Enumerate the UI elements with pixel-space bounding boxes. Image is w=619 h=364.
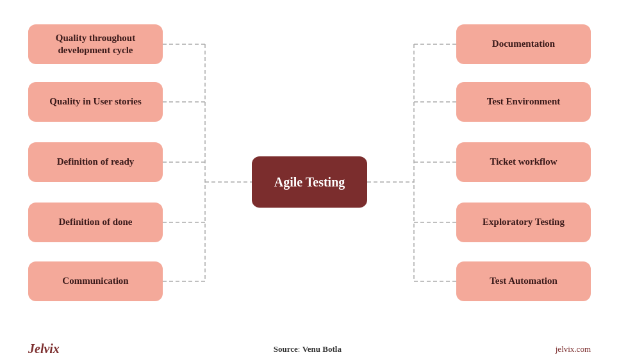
right-item-1-label: Documentation bbox=[486, 38, 561, 51]
right-item-3: Ticket workflow bbox=[456, 142, 591, 182]
left-item-5-label: Communication bbox=[56, 275, 135, 288]
footer-source-label: Source bbox=[274, 344, 298, 354]
footer-source-value: Venu Botla bbox=[302, 344, 342, 354]
right-item-2-label: Test Environment bbox=[481, 95, 567, 108]
left-item-2-label: Quality in User stories bbox=[43, 95, 147, 108]
left-item-2: Quality in User stories bbox=[28, 82, 163, 122]
footer-url: jelvix.com bbox=[556, 344, 591, 354]
right-item-4-label: Exploratory Testing bbox=[476, 216, 571, 229]
left-item-1: Quality throughout development cycle bbox=[28, 24, 163, 64]
center-box-label: Agile Testing bbox=[274, 175, 345, 190]
center-box: Agile Testing bbox=[252, 156, 367, 208]
left-item-5: Communication bbox=[28, 261, 163, 301]
right-item-3-label: Ticket workflow bbox=[483, 156, 563, 169]
footer-brand: Jelvix bbox=[28, 342, 60, 356]
footer-source: Source: Venu Botla bbox=[274, 344, 342, 354]
diagram-container: Quality throughout development cycle Qua… bbox=[0, 0, 619, 364]
left-item-1-label: Quality throughout development cycle bbox=[49, 32, 142, 57]
right-item-5: Test Automation bbox=[456, 261, 591, 301]
right-item-2: Test Environment bbox=[456, 82, 591, 122]
left-item-4: Definition of done bbox=[28, 203, 163, 242]
right-item-5-label: Test Automation bbox=[483, 275, 564, 288]
footer: Jelvix Source: Venu Botla jelvix.com bbox=[0, 342, 619, 356]
left-item-4-label: Definition of done bbox=[52, 216, 138, 229]
right-item-4: Exploratory Testing bbox=[456, 203, 591, 242]
left-item-3: Definition of ready bbox=[28, 142, 163, 182]
left-item-3-label: Definition of ready bbox=[51, 156, 141, 169]
right-item-1: Documentation bbox=[456, 24, 591, 64]
